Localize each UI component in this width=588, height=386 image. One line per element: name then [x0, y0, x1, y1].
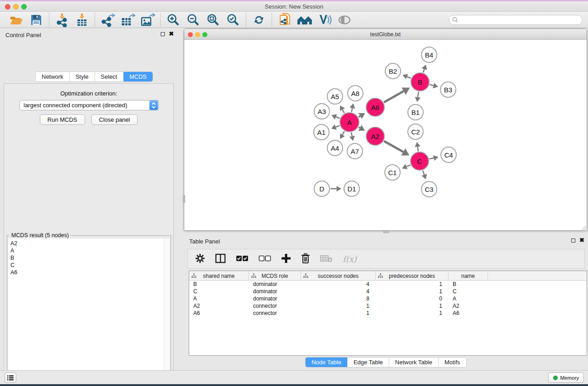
task-history-button[interactable] [5, 372, 16, 383]
result-list-scrollbar[interactable] [164, 238, 170, 386]
tab-select[interactable]: Select [95, 72, 124, 81]
new-network-from-selection-icon[interactable] [276, 13, 293, 27]
table-cell[interactable]: dominator [249, 288, 301, 295]
open-session-icon[interactable] [8, 13, 25, 27]
table-cell[interactable]: A [449, 295, 488, 302]
result-list-item[interactable]: A [10, 247, 164, 254]
result-list-item[interactable]: C [10, 262, 164, 269]
edge-A-A2[interactable] [359, 127, 360, 128]
table-tab-network-table[interactable]: Network Table [389, 357, 439, 367]
refresh-icon[interactable] [250, 13, 268, 27]
panel-splitter-handle[interactable] [183, 195, 185, 203]
table-row[interactable]: A2connector11A2 [189, 302, 587, 310]
table-cell[interactable]: A6 [189, 310, 249, 317]
table-cell[interactable]: dominator [249, 295, 301, 302]
close-panel-icon[interactable]: ✖ [169, 32, 174, 36]
tab-mcds[interactable]: MCDS [124, 72, 153, 81]
zoom-out-icon[interactable] [185, 13, 202, 27]
edge-A-A4[interactable] [342, 131, 344, 135]
save-session-icon[interactable] [28, 13, 45, 27]
edge-C-C4[interactable] [429, 158, 434, 159]
table-tab-edge-table[interactable]: Edge Table [348, 357, 389, 367]
table-cell[interactable]: 0 [376, 295, 449, 302]
edge-A-A6[interactable] [359, 116, 360, 117]
edge-C-C2[interactable] [418, 147, 418, 151]
import-network-icon[interactable] [53, 13, 71, 27]
float-panel-icon[interactable] [571, 238, 575, 243]
table-cell[interactable]: A2 [189, 302, 249, 310]
zoom-fit-icon[interactable] [205, 13, 222, 27]
table-cell[interactable]: A [189, 295, 249, 302]
column-header-name[interactable]: name [449, 271, 488, 281]
table-cell[interactable]: B [449, 281, 488, 288]
close-panel-button[interactable]: Close panel [91, 114, 138, 125]
edge-B-B1[interactable] [418, 92, 419, 97]
edge-C-C1[interactable] [406, 165, 411, 167]
table-row[interactable]: Bdominator41B [189, 281, 587, 288]
table-cell[interactable]: C [189, 288, 249, 295]
select-all-columns-icon[interactable] [236, 255, 249, 263]
table-cell[interactable]: connector [249, 302, 301, 310]
memory-button[interactable]: Memory [548, 372, 584, 383]
edge-A-A7[interactable] [351, 133, 352, 137]
edge-A-A3[interactable] [336, 117, 339, 118]
edge-B-B4[interactable] [423, 69, 424, 72]
table-cell[interactable]: 4 [301, 281, 376, 288]
deselect-all-columns-icon[interactable] [258, 255, 271, 263]
vizmapper-icon[interactable] [316, 13, 333, 27]
table-row[interactable]: Adominator80A [189, 295, 587, 302]
edge-B-B3[interactable] [430, 85, 434, 86]
first-neighbors-icon[interactable] [296, 13, 313, 27]
table-cell[interactable]: A6 [449, 310, 488, 317]
criterion-dropdown[interactable]: largest connected component (directed) [19, 100, 159, 110]
run-mcds-button[interactable]: Run MCDS [40, 114, 85, 125]
table-body[interactable]: Bdominator41BCdominator41CAdominator80AA… [189, 281, 587, 317]
table-row[interactable]: Cdominator41C [189, 288, 587, 295]
table-settings-icon[interactable] [195, 253, 205, 265]
result-list-item[interactable]: B [10, 254, 164, 262]
column-header-MCDS-role[interactable]: MCDS role [249, 271, 301, 281]
panel-splitter-handle[interactable] [383, 231, 389, 233]
close-panel-icon[interactable]: ✖ [579, 238, 584, 243]
column-header-predecessor-nodes[interactable]: predecessor nodes [376, 271, 449, 281]
table-row[interactable]: A6connector11A6 [189, 310, 587, 317]
float-panel-icon[interactable] [161, 32, 165, 36]
delete-column-icon[interactable] [301, 253, 310, 265]
table-header-row[interactable]: shared nameMCDS rolesuccessor nodesprede… [189, 271, 587, 281]
zoom-selected-icon[interactable] [225, 13, 242, 27]
edge-A2-C[interactable] [384, 141, 403, 152]
result-list-item[interactable]: A6 [10, 269, 164, 276]
edge-C-C3[interactable] [423, 171, 424, 175]
edge-B-B2[interactable] [407, 76, 411, 78]
table-cell[interactable]: B [189, 281, 249, 288]
column-header-shared-name[interactable]: shared name [189, 271, 249, 281]
network-canvas[interactable]: B4B2BB3A5A8A6A3AB1A1C2A2A4A7C4CC1C3DD1 [184, 40, 587, 230]
column-header-successor-nodes[interactable]: successor nodes [301, 271, 376, 281]
table-cell[interactable]: 1 [301, 302, 376, 310]
window-resize-grip[interactable] [580, 224, 586, 230]
result-list-item[interactable]: A2 [10, 240, 164, 247]
import-table-icon[interactable] [73, 13, 91, 27]
table-cell[interactable]: 4 [301, 288, 376, 295]
table-tab-node-table[interactable]: Node Table [306, 357, 348, 367]
search-input[interactable] [458, 17, 582, 23]
table-cell[interactable]: 1 [376, 288, 449, 295]
table-cell[interactable]: 8 [301, 295, 376, 302]
add-column-icon[interactable] [281, 253, 291, 265]
table-cell[interactable]: 1 [301, 310, 376, 317]
export-image-icon[interactable] [139, 13, 156, 27]
export-table-icon[interactable] [119, 13, 136, 27]
network-view-window[interactable]: testGlobe.txt B4B2BB3A5A8A6A3AB1A1C2A2A4… [184, 29, 587, 231]
split-table-view-icon[interactable] [215, 253, 226, 265]
mcds-result-list[interactable]: A2ABCA6 [8, 238, 164, 386]
edge-A6-B[interactable] [384, 91, 404, 102]
table-cell[interactable]: A2 [449, 302, 488, 310]
edge-A-A8[interactable] [352, 108, 353, 112]
table-cell[interactable]: 1 [376, 281, 449, 288]
network-window-titlebar[interactable]: testGlobe.txt [184, 29, 587, 40]
tab-style[interactable]: Style [70, 72, 95, 81]
table-tab-motifs[interactable]: Motifs [439, 357, 466, 367]
export-network-icon[interactable] [99, 13, 116, 27]
table-cell[interactable]: connector [249, 310, 301, 317]
show-hide-panels-icon[interactable] [336, 13, 353, 27]
